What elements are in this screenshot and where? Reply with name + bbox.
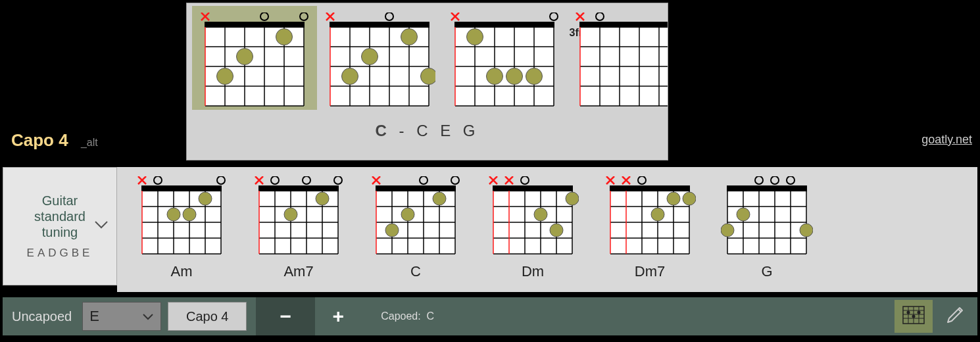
chord-voicing[interactable]	[324, 12, 435, 110]
svg-point-57	[487, 68, 503, 85]
svg-point-196	[800, 224, 813, 237]
chevron-down-icon	[142, 308, 154, 325]
svg-point-38	[401, 29, 418, 45]
plus-icon: +	[332, 305, 344, 328]
capo-increment-button[interactable]: +	[308, 297, 368, 335]
chord-voicing[interactable]	[574, 12, 668, 110]
svg-point-153	[521, 176, 529, 184]
svg-point-39	[421, 68, 436, 85]
svg-point-36	[342, 68, 358, 85]
svg-point-131	[420, 176, 428, 184]
chord-notes: - C E G	[391, 122, 479, 139]
svg-point-113	[334, 176, 342, 184]
svg-point-175	[651, 208, 664, 221]
brand-link[interactable]: goatly.net	[921, 133, 972, 147]
svg-point-133	[385, 224, 399, 237]
grid-icon	[900, 304, 927, 329]
svg-point-93	[167, 208, 180, 221]
minus-icon: −	[280, 305, 291, 328]
svg-point-174	[638, 176, 646, 184]
svg-point-204	[907, 311, 910, 314]
tuning-line3: tuning	[34, 224, 86, 240]
svg-point-16	[300, 12, 308, 20]
svg-point-135	[433, 192, 446, 205]
svg-point-18	[237, 49, 253, 65]
svg-point-15	[260, 12, 268, 20]
capo-title-text: Capo 4	[11, 130, 68, 150]
chord-item[interactable]: G	[721, 176, 813, 280]
capo-button[interactable]: Capo 4	[168, 302, 247, 331]
svg-point-56	[467, 29, 483, 45]
svg-point-156	[566, 192, 579, 205]
svg-point-35	[385, 12, 393, 20]
svg-point-132	[451, 176, 459, 184]
svg-point-55	[550, 12, 558, 20]
capoed-label-text: Capoed:	[381, 310, 421, 322]
svg-point-194	[721, 224, 734, 237]
chord-notes-caption: C - C E G	[187, 122, 668, 140]
chord-item[interactable]: Am7	[253, 176, 345, 280]
chevron-down-icon	[94, 220, 109, 232]
chord-item[interactable]: Am	[135, 176, 228, 280]
capoed-value: C	[427, 310, 435, 322]
chord-row: Guitar standard tuning EADGBE AmAm7CDmDm…	[3, 167, 977, 292]
chord-root: C	[375, 122, 390, 139]
svg-point-58	[506, 68, 523, 85]
chord-name-label: Am7	[253, 263, 345, 280]
chord-item[interactable]: Dm	[487, 176, 579, 280]
chord-view-button[interactable]	[894, 300, 933, 333]
svg-point-94	[183, 208, 196, 221]
svg-point-59	[526, 68, 543, 85]
tuning-notes: EADGBE	[27, 247, 93, 260]
chord-name-label: C	[370, 263, 462, 280]
svg-point-154	[534, 208, 547, 221]
chord-voicings-popup: 3fr C - C E G	[186, 3, 668, 160]
capoed-label: Capoed: C	[381, 310, 434, 322]
key-value: E	[89, 308, 99, 325]
svg-point-177	[683, 192, 696, 205]
edit-button[interactable]	[939, 300, 971, 333]
svg-point-206	[918, 311, 921, 314]
chord-name-label: Am	[135, 263, 228, 280]
svg-point-95	[199, 192, 212, 205]
svg-point-115	[316, 192, 329, 205]
tuning-label: Guitar standard tuning	[34, 193, 86, 240]
svg-point-114	[284, 208, 297, 221]
svg-point-91	[154, 176, 162, 184]
svg-point-192	[771, 176, 779, 184]
chord-name-label: G	[721, 263, 813, 280]
svg-point-191	[755, 176, 763, 184]
svg-point-19	[276, 29, 293, 45]
svg-point-205	[912, 315, 916, 318]
capo-title: Capo 4 _alt	[11, 130, 98, 151]
svg-point-112	[303, 176, 310, 184]
tuning-line2: standard	[34, 208, 86, 224]
capo-decrement-button[interactable]: −	[256, 297, 315, 335]
chord-name-label: Dm	[487, 263, 579, 280]
svg-point-193	[787, 176, 795, 184]
svg-point-176	[667, 192, 680, 205]
svg-point-195	[737, 208, 750, 221]
svg-point-111	[271, 176, 279, 184]
tuning-selector[interactable]: Guitar standard tuning EADGBE	[3, 167, 117, 285]
bottom-toolbar: Uncapoed E Capo 4 − + Capoed: C	[3, 297, 977, 335]
chord-voicing[interactable]: 3fr	[449, 12, 560, 110]
svg-point-92	[217, 176, 225, 184]
svg-point-37	[362, 49, 378, 65]
pencil-icon	[944, 304, 966, 329]
chord-voicing[interactable]	[192, 6, 317, 110]
capo-button-label: Capo 4	[186, 309, 229, 324]
chord-item[interactable]: Dm7	[604, 176, 696, 280]
key-select[interactable]: E	[82, 302, 161, 331]
capo-alt-text: _alt	[81, 137, 98, 148]
svg-point-17	[217, 68, 233, 85]
chord-name-label: Dm7	[604, 263, 696, 280]
svg-point-75	[596, 12, 604, 20]
tuning-line1: Guitar	[34, 193, 86, 208]
chord-item[interactable]: C	[370, 176, 462, 280]
svg-point-155	[550, 224, 563, 237]
uncapoed-label: Uncapoed	[12, 309, 72, 324]
svg-point-134	[401, 208, 414, 221]
